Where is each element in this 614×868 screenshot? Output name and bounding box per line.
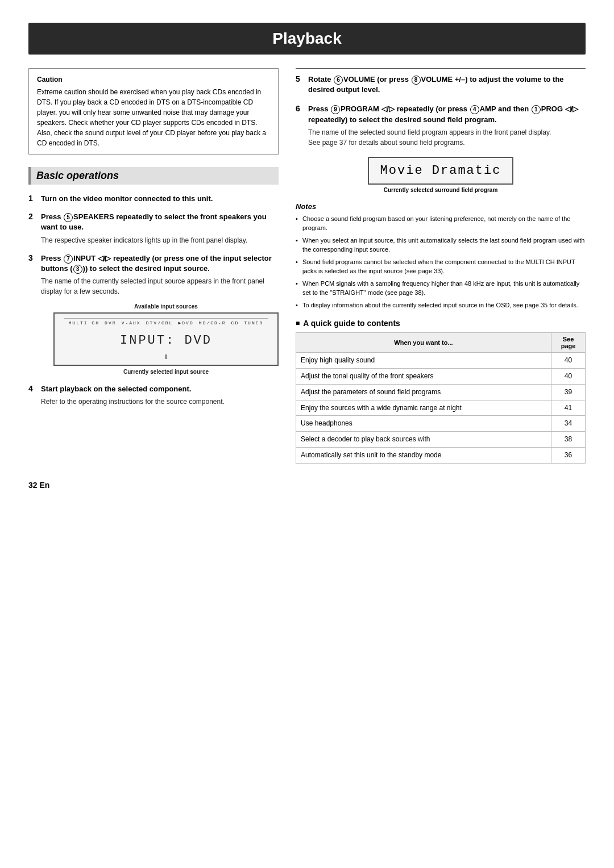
step-2-number: 2 xyxy=(28,212,38,232)
guide-when-5: Use headphones xyxy=(296,416,551,432)
guide-when-3: Adjust the parameters of sound field pro… xyxy=(296,384,551,400)
guide-table: When you want to... See page Enjoy high … xyxy=(296,332,586,464)
notes-title: Notes xyxy=(296,202,586,211)
guide-col-when: When you want to... xyxy=(296,333,551,353)
note-1: Choose a sound field program based on yo… xyxy=(296,214,586,233)
caution-body: Extreme caution should be exercised when… xyxy=(37,87,270,148)
step-4-number: 4 xyxy=(28,384,38,394)
step-5-title: Rotate 6VOLUME (or press 8VOLUME +/–) to… xyxy=(308,74,586,95)
step-4-title: Start playback on the selected component… xyxy=(41,384,191,394)
quick-guide-heading: A quick guide to contents xyxy=(296,319,586,328)
guide-when-2: Adjust the tonal quality of the front sp… xyxy=(296,369,551,385)
notes-box: Notes Choose a sound field program based… xyxy=(296,202,586,310)
guide-when-1: Enjoy high quality sound xyxy=(296,353,551,369)
movie-label: Currently selected surround field progra… xyxy=(296,187,586,193)
section-heading: Basic operations xyxy=(28,167,279,185)
step-3-body: The name of the currently selected input… xyxy=(28,276,279,376)
step-6: 6 Press 9PROGRAM ◁/▷ repeatedly (or pres… xyxy=(296,104,586,147)
step-6-number: 6 xyxy=(296,104,305,124)
guide-page-4: 41 xyxy=(551,400,586,416)
source-vaux: V-AUX xyxy=(122,320,141,327)
input-display-container: Available input sources MULTI CH DVR V-A… xyxy=(53,302,279,376)
right-column: 5 Rotate 6VOLUME (or press 8VOLUME +/–) … xyxy=(296,68,586,464)
guide-row-4: Enjoy the sources with a wide dynamic ra… xyxy=(296,400,586,416)
movie-screen: Movie Dramatic xyxy=(368,157,514,185)
source-dvd: ▶DVD xyxy=(179,320,194,327)
step-3: 3 Press 7INPUT ◁/▷ repeatedly (or press … xyxy=(28,253,279,376)
step-6-body: The name of the selected sound field pro… xyxy=(296,127,586,148)
guide-row-5: Use headphones34 xyxy=(296,416,586,432)
step-2-body: The respective speaker indicators lights… xyxy=(28,235,279,245)
guide-when-7: Automatically set this unit to the stand… xyxy=(296,448,551,464)
guide-page-6: 38 xyxy=(551,432,586,448)
input-bottom-label: Currently selected input source xyxy=(53,368,279,376)
page-footer: 32 En xyxy=(28,481,586,490)
step-4: 4 Start playback on the selected compone… xyxy=(28,384,279,407)
step-1: 1 Turn on the video monitor connected to… xyxy=(28,194,279,204)
input-sources-label: Available input sources xyxy=(53,302,279,311)
input-screen: MULTI CH DVR V-AUX DTV/CBL ▶DVD MD/CD-R … xyxy=(53,312,279,366)
notes-list: Choose a sound field program based on yo… xyxy=(296,214,586,310)
step-3-title: Press 7INPUT ◁/▷ repeatedly (or press on… xyxy=(41,253,279,274)
step-3-number: 3 xyxy=(28,253,38,274)
step-5-number: 5 xyxy=(296,74,305,95)
note-4: When PCM signals with a sampling frequen… xyxy=(296,279,586,298)
guide-page-3: 39 xyxy=(551,384,586,400)
guide-when-6: Select a decoder to play back sources wi… xyxy=(296,432,551,448)
note-3: Sound field programs cannot be selected … xyxy=(296,257,586,276)
guide-page-1: 40 xyxy=(551,353,586,369)
caution-box: Caution Extreme caution should be exerci… xyxy=(28,68,279,155)
input-display-text: INPUT: DVD xyxy=(64,328,268,353)
guide-page-7: 36 xyxy=(551,448,586,464)
left-column: Caution Extreme caution should be exerci… xyxy=(28,68,279,464)
page-title: Playback xyxy=(28,23,586,55)
step-2-title: Press 5SPEAKERS repeatedly to select the… xyxy=(41,212,279,232)
caution-title: Caution xyxy=(37,74,270,85)
guide-when-4: Enjoy the sources with a wide dynamic ra… xyxy=(296,400,551,416)
note-2: When you select an input source, this un… xyxy=(296,236,586,254)
source-tuner: TUNER xyxy=(244,320,263,327)
step-2: 2 Press 5SPEAKERS repeatedly to select t… xyxy=(28,212,279,245)
guide-page-2: 40 xyxy=(551,369,586,385)
source-cd: CD xyxy=(231,320,239,327)
guide-row-2: Adjust the tonal quality of the front sp… xyxy=(296,369,586,385)
note-5: To display information about the current… xyxy=(296,301,586,310)
step-5: 5 Rotate 6VOLUME (or press 8VOLUME +/–) … xyxy=(296,74,586,95)
step-1-title: Turn on the video monitor connected to t… xyxy=(41,194,213,204)
source-multich: MULTI CH xyxy=(69,320,99,327)
guide-row-7: Automatically set this unit to the stand… xyxy=(296,448,586,464)
guide-row-3: Adjust the parameters of sound field pro… xyxy=(296,384,586,400)
guide-col-see: See page xyxy=(551,333,586,353)
source-dtvcbl: DTV/CBL xyxy=(146,320,173,327)
step-6-title: Press 9PROGRAM ◁/▷ repeatedly (or press … xyxy=(308,104,586,124)
source-mdcdr: MD/CD-R xyxy=(199,320,226,327)
guide-row-6: Select a decoder to play back sources wi… xyxy=(296,432,586,448)
step-4-body: Refer to the operating instructions for … xyxy=(28,397,279,407)
guide-row-1: Enjoy high quality sound40 xyxy=(296,353,586,369)
step-1-number: 1 xyxy=(28,194,38,204)
guide-page-5: 34 xyxy=(551,416,586,432)
source-dvr: DVR xyxy=(105,320,116,327)
input-sources-row: MULTI CH DVR V-AUX DTV/CBL ▶DVD MD/CD-R … xyxy=(64,318,268,328)
movie-display-container: Movie Dramatic Currently selected surrou… xyxy=(296,157,586,193)
